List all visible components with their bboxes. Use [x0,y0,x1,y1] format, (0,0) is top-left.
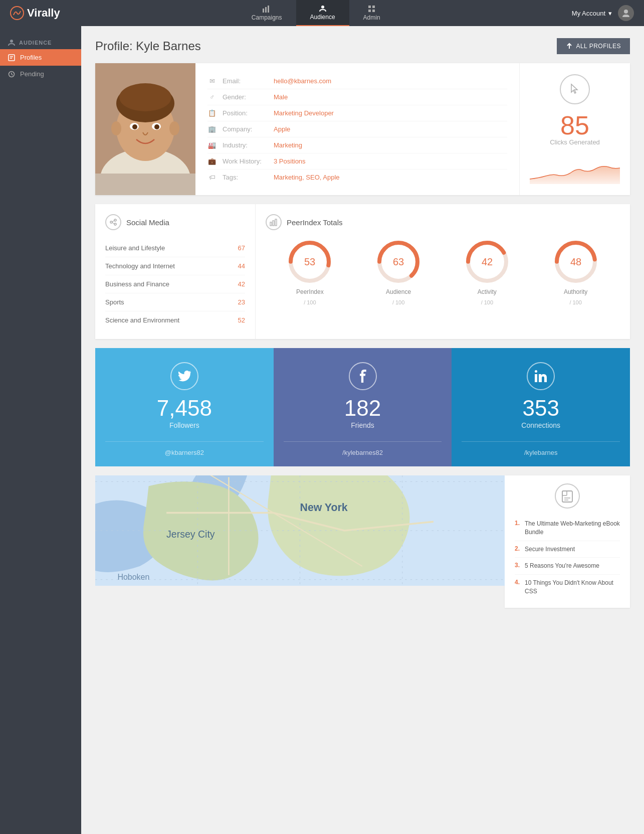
article-num: 2. [515,545,520,552]
profile-details: ✉ Email: hello@kbarnes.com ♂ Gender: Mal… [195,63,520,195]
nav-admin[interactable]: Admin [349,0,394,26]
social-media-icon [105,214,121,230]
twitter-count: 7,458 [157,397,212,419]
sidebar-item-profiles[interactable]: Profiles [0,49,81,66]
svg-text:63: 63 [393,256,404,267]
industry-icon: 🏭 [207,141,217,149]
svg-point-9 [624,10,628,14]
donut-item-audience: 63 Audience / 100 [376,239,421,305]
svg-line-34 [112,223,114,224]
svg-point-32 [114,223,116,225]
article-item[interactable]: 3.5 Reasons You're Awesome [515,558,620,575]
my-account-button[interactable]: My Account ▾ [572,10,612,17]
donut-label: Authority [564,288,587,295]
article-item[interactable]: 4.10 Things You Didn't Know About CSS [515,575,620,600]
donut-sublabel: / 100 [392,299,404,305]
svg-line-33 [112,221,114,222]
nav-links: Campaigns Audience Admin [60,0,572,26]
svg-point-26 [132,124,137,129]
work-history-icon: 💼 [207,157,217,165]
main-content: Profile: Kyle Barnes ALL PROFILES [81,26,644,834]
social-row-score: 23 [238,298,245,306]
svg-rect-37 [275,219,277,226]
twitter-icon-circle [170,362,198,390]
sidebar-item-pending[interactable]: Pending [0,66,81,82]
clicks-number: 85 [560,112,589,138]
articles-icon [555,483,580,509]
donut-item-authority: 48 Authority / 100 [553,239,598,305]
detail-gender: ♂ Gender: Male [207,89,507,105]
donut-label: Activity [478,288,497,295]
twitter-tile[interactable]: 7,458 Followers @kbarners82 [95,348,274,466]
sidebar: AUDIENCE Profiles Pending [0,26,81,834]
article-item[interactable]: 1.The Ultimate Web-Marketing eBook Bundl… [515,516,620,541]
social-row-label: Sports [105,298,124,306]
donut-label: Audience [386,288,411,295]
article-num: 1. [515,520,520,527]
svg-rect-36 [273,221,274,226]
profile-card: ✉ Email: hello@kbarnes.com ♂ Gender: Mal… [95,63,630,195]
social-row-item: Leisure and Lifestyle67 [105,239,245,257]
svg-rect-7 [368,10,371,12]
social-row-label: Science and Environment [105,316,179,324]
clicks-label: Clicks Generated [550,138,600,146]
donut-svg: 53 [287,239,332,284]
profile-stats: 85 Clicks Generated [520,63,630,195]
detail-position: 📋 Position: Marketing Developer [207,105,507,121]
svg-rect-35 [270,222,272,226]
page-wrap: AUDIENCE Profiles Pending Profile: Kyle … [0,0,644,834]
social-tiles: 7,458 Followers @kbarners82 182 Friends … [95,348,630,466]
cursor-icon-circle [560,74,590,104]
svg-rect-6 [372,6,375,8]
social-row-item: Business and Finance42 [105,275,245,293]
bottom-section: Jersey City New York Hoboken Weehawken 1… [95,475,630,608]
nav-campaigns[interactable]: Campaigns [238,0,296,26]
detail-tags: 🏷 Tags: Marketing, SEO, Apple [207,170,507,185]
social-row-label: Technology and Internet [105,262,175,270]
avatar[interactable] [618,5,634,21]
article-item[interactable]: 2.Secure Investment [515,541,620,558]
donut-item-activity: 42 Activity / 100 [465,239,510,305]
svg-rect-11 [9,55,15,61]
clicks-sparkline [530,154,620,184]
linkedin-type: Connections [521,421,560,429]
svg-point-23 [119,83,171,111]
facebook-handle: /kylebarnes82 [284,441,442,456]
article-title: 5 Reasons You're Awesome [525,562,599,570]
all-profiles-button[interactable]: ALL PROFILES [557,38,630,54]
linkedin-tile[interactable]: 353 Connections /kylebarnes [452,348,630,466]
articles-list: 1.The Ultimate Web-Marketing eBook Bundl… [515,516,620,600]
peerindex-icon [266,214,282,230]
peerindex-title: PeerIndex Totals [266,214,620,230]
svg-text:53: 53 [304,256,315,267]
page-header: Profile: Kyle Barnes ALL PROFILES [95,38,630,54]
facebook-count: 182 [344,397,381,419]
svg-text:Hoboken: Hoboken [117,573,149,581]
article-title: The Ultimate Web-Marketing eBook Bundle [525,520,620,537]
social-row-label: Leisure and Lifestyle [105,244,165,252]
page-title: Profile: Kyle Barnes [95,39,201,53]
social-row-score: 42 [238,280,245,288]
donut-sublabel: / 100 [569,299,581,305]
svg-rect-8 [372,10,375,12]
tags-icon: 🏷 [207,174,217,181]
facebook-tile[interactable]: 182 Friends /kylebarnes82 [274,348,452,466]
nav-right: My Account ▾ [572,5,634,21]
twitter-handle: @kbarners82 [105,441,264,456]
svg-text:42: 42 [482,256,493,267]
article-num: 3. [515,562,520,569]
donut-sublabel: / 100 [481,299,493,305]
svg-rect-3 [268,6,269,13]
top-nav: Virally Campaigns Audience Admin My Acco… [0,0,644,26]
svg-point-28 [111,121,121,135]
svg-point-27 [154,124,159,129]
company-icon: 🏢 [207,125,217,133]
dropdown-arrow-icon: ▾ [608,10,612,17]
articles-card: 1.The Ultimate Web-Marketing eBook Bundl… [505,475,630,608]
donut-item-peerindex: 53 PeerIndex / 100 [287,239,332,305]
svg-rect-2 [265,7,267,13]
donut-svg: 63 [376,239,421,284]
mid-section: Social Media Leisure and Lifestyle67Tech… [95,204,630,339]
profile-photo [95,63,195,195]
nav-audience[interactable]: Audience [296,0,349,26]
